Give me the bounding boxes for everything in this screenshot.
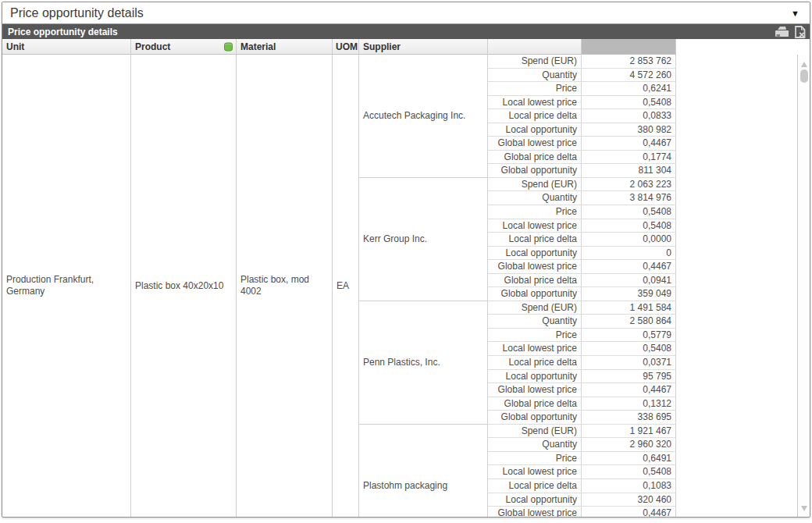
metric-value-cell: 0,5408 xyxy=(582,96,676,110)
column-header-product-label: Product xyxy=(135,41,170,52)
print-icon[interactable] xyxy=(774,26,790,38)
metric-value-cell: 0,4467 xyxy=(582,507,676,517)
metric-label-cell: Global opportunity xyxy=(488,411,582,425)
metric-value-cell: 0,4467 xyxy=(582,383,676,397)
metric-label-cell: Quantity xyxy=(488,69,582,83)
column-header-product[interactable]: Product xyxy=(131,39,237,55)
metric-label-cell: Global opportunity xyxy=(488,287,582,301)
panel-titlebar: Price opportunity details xyxy=(2,24,810,39)
metric-value-cell: 0,1312 xyxy=(582,397,676,411)
metric-value-cell: 0,5408 xyxy=(582,205,676,219)
metric-label-cell: Local price delta xyxy=(488,356,582,370)
material-cell[interactable]: Plastic box, mod 4002 xyxy=(237,55,333,517)
metric-label-cell: Price xyxy=(488,82,582,96)
metric-value-cell: 95 795 xyxy=(582,370,676,384)
metric-value-cell: 2 580 864 xyxy=(582,315,676,329)
price-opportunity-widget: Price opportunity details ▼ Price opport… xyxy=(2,2,810,518)
metric-row: Global lowest price0,4467 xyxy=(488,507,676,517)
metric-label-cell: Local lowest price xyxy=(488,96,582,110)
metric-label-cell: Global lowest price xyxy=(488,137,582,151)
column-header-material[interactable]: Material xyxy=(237,39,333,55)
header-filler xyxy=(676,39,810,55)
metric-row: Global lowest price0,4467 xyxy=(488,260,676,274)
column-header-uom[interactable]: UOM xyxy=(333,39,359,55)
metric-value-cell: 0,0371 xyxy=(582,356,676,370)
metric-value-cell: 0,5779 xyxy=(582,329,676,343)
metric-row: Spend (EUR)2 063 223 xyxy=(488,178,676,192)
metric-value-cell: 2 960 320 xyxy=(582,438,676,452)
metric-label-cell: Local lowest price xyxy=(488,342,582,356)
metric-value-cell: 0,0000 xyxy=(582,233,676,247)
metric-label-cell: Local price delta xyxy=(488,233,582,247)
metric-label-cell: Local opportunity xyxy=(488,370,582,384)
metric-rows: Spend (EUR)2 063 223Quantity3 814 976Pri… xyxy=(488,178,676,301)
metric-label-cell: Local lowest price xyxy=(488,465,582,479)
body-filler xyxy=(676,55,810,517)
supplier-name-cell[interactable]: Accutech Packaging Inc. xyxy=(359,55,488,178)
dropdown-arrow-icon[interactable]: ▼ xyxy=(791,9,800,18)
column-header-uom-label: UOM xyxy=(336,41,358,52)
metric-label-cell: Price xyxy=(488,452,582,466)
metric-value-cell: 320 460 xyxy=(582,493,676,507)
report-selector-value: Price opportunity details xyxy=(10,6,144,20)
export-icon[interactable] xyxy=(794,26,807,38)
metric-value-cell: 0,1774 xyxy=(582,151,676,165)
metric-label-cell: Global price delta xyxy=(488,151,582,165)
scrollbar-up-icon[interactable] xyxy=(801,62,807,67)
metric-value-cell: 2 063 223 xyxy=(582,178,676,192)
supplier-name-cell[interactable]: Plastohm packaging xyxy=(359,425,488,517)
scrollbar-thumb[interactable] xyxy=(800,69,808,83)
metric-value-cell: 0,6491 xyxy=(582,452,676,466)
metric-row: Global opportunity811 304 xyxy=(488,164,676,178)
supplier-block: Plastohm packagingSpend (EUR)1 921 467Qu… xyxy=(359,425,676,517)
metric-value-cell: 0,0941 xyxy=(582,274,676,288)
metric-label-cell: Quantity xyxy=(488,438,582,452)
metric-row: Local price delta0,0833 xyxy=(488,109,676,123)
metric-row: Quantity2 960 320 xyxy=(488,438,676,452)
metric-label-cell: Spend (EUR) xyxy=(488,301,582,315)
metric-label-cell: Local price delta xyxy=(488,479,582,493)
column-header-metric[interactable] xyxy=(488,39,582,55)
report-selector[interactable]: Price opportunity details ▼ xyxy=(2,2,810,24)
metric-row: Global lowest price0,4467 xyxy=(488,383,676,397)
metric-value-cell: 0 xyxy=(582,247,676,261)
metric-rows: Spend (EUR)2 853 762Quantity4 572 260Pri… xyxy=(488,55,676,178)
metric-label-cell: Local opportunity xyxy=(488,247,582,261)
metric-label-cell: Global price delta xyxy=(488,274,582,288)
supplier-block: Kerr Group Inc.Spend (EUR)2 063 223Quant… xyxy=(359,178,676,301)
metric-label-cell: Quantity xyxy=(488,191,582,205)
metric-row: Local opportunity95 795 xyxy=(488,370,676,384)
column-header-unit[interactable]: Unit xyxy=(2,39,131,55)
metric-value-cell: 0,1083 xyxy=(582,479,676,493)
metric-row: Quantity4 572 260 xyxy=(488,69,676,83)
unit-cell[interactable]: Production Frankfurt, Germany xyxy=(2,55,131,517)
metric-row: Spend (EUR)1 921 467 xyxy=(488,425,676,439)
metric-row: Spend (EUR)2 853 762 xyxy=(488,55,676,69)
metric-label-cell: Global price delta xyxy=(488,397,582,411)
supplier-name-cell[interactable]: Penn Plastics, Inc. xyxy=(359,301,488,425)
metric-label-cell: Quantity xyxy=(488,315,582,329)
column-header-unit-label: Unit xyxy=(6,41,24,52)
metric-value-cell: 0,5408 xyxy=(582,342,676,356)
product-cell[interactable]: Plastic box 40x20x10 xyxy=(131,55,237,517)
column-header-value[interactable] xyxy=(582,39,676,55)
scrollbar-down-icon[interactable] xyxy=(801,506,807,511)
supplier-name-cell[interactable]: Kerr Group Inc. xyxy=(359,178,488,301)
metric-row: Global opportunity359 049 xyxy=(488,287,676,301)
metric-value-cell: 0,6241 xyxy=(582,82,676,96)
metric-value-cell: 338 695 xyxy=(582,411,676,425)
metric-value-cell: 359 049 xyxy=(582,287,676,301)
supplier-block: Penn Plastics, Inc.Spend (EUR)1 491 584Q… xyxy=(359,301,676,425)
metric-row: Quantity2 580 864 xyxy=(488,315,676,329)
vertical-scrollbar[interactable] xyxy=(797,55,810,517)
supplier-blocks: Accutech Packaging Inc.Spend (EUR)2 853 … xyxy=(359,55,676,517)
metric-row: Global lowest price0,4467 xyxy=(488,137,676,151)
metric-row: Local lowest price0,5408 xyxy=(488,96,676,110)
metric-value-cell: 0,4467 xyxy=(582,137,676,151)
metric-value-cell: 0,5408 xyxy=(582,465,676,479)
column-header-supplier[interactable]: Supplier xyxy=(359,39,488,55)
metric-row: Local lowest price0,5408 xyxy=(488,342,676,356)
metric-label-cell: Price xyxy=(488,205,582,219)
uom-cell[interactable]: EA xyxy=(333,55,359,517)
metric-label-cell: Global opportunity xyxy=(488,164,582,178)
